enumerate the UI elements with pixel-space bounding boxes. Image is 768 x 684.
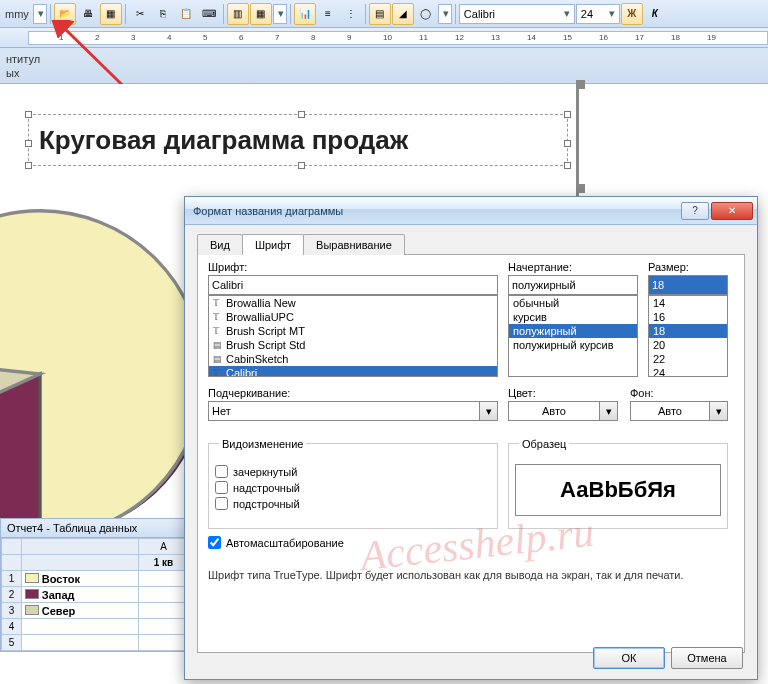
cut-icon[interactable]: ✂ bbox=[129, 3, 151, 25]
font-label: Шрифт: bbox=[208, 261, 498, 273]
dialog-tabs: Вид Шрифт Выравнивание bbox=[197, 233, 745, 255]
underline-combo[interactable]: ▾ bbox=[208, 401, 498, 421]
bold-button[interactable]: Ж bbox=[621, 3, 643, 25]
table-row: 5 bbox=[2, 635, 189, 651]
print-icon[interactable]: 🖶 bbox=[77, 3, 99, 25]
chart-title-text[interactable]: Круговая диаграмма продаж bbox=[39, 125, 408, 156]
pie-chart[interactable] bbox=[0, 204, 190, 524]
shape-icon[interactable]: ◯ bbox=[415, 3, 437, 25]
color-label: Цвет: bbox=[508, 387, 618, 399]
tab-view[interactable]: Вид bbox=[197, 234, 243, 255]
italic-button[interactable]: К bbox=[644, 3, 666, 25]
paste-icon[interactable]: 📋 bbox=[175, 3, 197, 25]
strike-checkbox[interactable]: зачеркнутый bbox=[215, 465, 491, 478]
text-icon[interactable]: ▤ bbox=[369, 3, 391, 25]
style-label: Начертание: bbox=[508, 261, 638, 273]
folder-open-icon[interactable]: 📂 bbox=[54, 3, 76, 25]
color-combo[interactable]: Авто▾ bbox=[508, 401, 618, 421]
copy-icon[interactable]: ⎘ bbox=[152, 3, 174, 25]
font-listbox[interactable]: 𝕋Browallia New 𝕋BrowalliaUPC 𝕋Brush Scri… bbox=[208, 295, 498, 377]
datasheet-title: Отчет4 - Таблица данных bbox=[1, 519, 189, 538]
underline-label: Подчеркивание: bbox=[208, 387, 498, 399]
format-icon[interactable]: ⌨ bbox=[198, 3, 220, 25]
font-note: Шрифт типа TrueType. Шрифт будет использ… bbox=[208, 569, 728, 581]
grid-icon[interactable]: ▦ bbox=[250, 3, 272, 25]
format-dialog: Формат названия диаграммы ? ✕ Вид Шрифт … bbox=[184, 196, 758, 680]
table-row: 2 Запад bbox=[2, 587, 189, 603]
font-preview: АаВbБбЯя bbox=[515, 464, 721, 516]
datasheet-window[interactable]: Отчет4 - Таблица данных A 1 кв 1 Восток … bbox=[0, 518, 190, 652]
bg-combo[interactable]: Авто▾ bbox=[630, 401, 728, 421]
effects-label: Видоизменение bbox=[219, 438, 306, 450]
tab-font[interactable]: Шрифт bbox=[242, 234, 304, 255]
menu-dropdown-label[interactable]: mmy bbox=[2, 8, 32, 20]
shape-dropdown[interactable]: ▾ bbox=[438, 4, 452, 24]
menu-dropdown-arrow[interactable]: ▾ bbox=[33, 4, 47, 24]
section-strip: нтитул ых bbox=[0, 48, 768, 84]
font-size-combo[interactable]: 24▾ bbox=[576, 4, 620, 24]
help-button[interactable]: ? bbox=[681, 202, 709, 220]
size-input[interactable] bbox=[648, 275, 728, 295]
dialog-titlebar[interactable]: Формат названия диаграммы ? ✕ bbox=[185, 197, 757, 225]
horizontal-ruler[interactable]: 12345678910111213141516171819 bbox=[28, 31, 768, 45]
list-icon[interactable]: ⋮ bbox=[340, 3, 362, 25]
table-row: 3 Север bbox=[2, 603, 189, 619]
angle-icon[interactable]: ◢ bbox=[392, 3, 414, 25]
sub-checkbox[interactable]: подстрочный bbox=[215, 497, 491, 510]
view-icon[interactable]: ▦ bbox=[100, 3, 122, 25]
style-input[interactable] bbox=[508, 275, 638, 295]
cancel-button[interactable]: Отмена bbox=[671, 647, 743, 669]
font-name-combo[interactable]: Calibri▾ bbox=[459, 4, 575, 24]
preview-label: Образец bbox=[519, 438, 569, 450]
super-checkbox[interactable]: надстрочный bbox=[215, 481, 491, 494]
chart-icon[interactable]: 📊 bbox=[294, 3, 316, 25]
dialog-title: Формат названия диаграммы bbox=[193, 205, 343, 217]
tab-align[interactable]: Выравнивание bbox=[303, 234, 405, 255]
section-line2: ых bbox=[6, 66, 762, 80]
row-icon[interactable]: ≡ bbox=[317, 3, 339, 25]
section-line1: нтитул bbox=[6, 52, 762, 66]
size-label: Размер: bbox=[648, 261, 728, 273]
ruler-band: 12345678910111213141516171819 bbox=[0, 28, 768, 48]
font-name-input[interactable] bbox=[208, 275, 498, 295]
autoscale-checkbox[interactable]: Автомасштабирование bbox=[208, 536, 344, 549]
ok-button[interactable]: ОК bbox=[593, 647, 665, 669]
close-button[interactable]: ✕ bbox=[711, 202, 753, 220]
grid-dropdown[interactable]: ▾ bbox=[273, 4, 287, 24]
table-icon[interactable]: ▥ bbox=[227, 3, 249, 25]
bg-label: Фон: bbox=[630, 387, 728, 399]
size-listbox[interactable]: 14 16 18 20 22 24 bbox=[648, 295, 728, 377]
main-toolbar: mmy ▾ 📂 🖶 ▦ ✂ ⎘ 📋 ⌨ ▥ ▦ ▾ 📊 ≡ ⋮ ▤ ◢ ◯ ▾ … bbox=[0, 0, 768, 28]
style-listbox[interactable]: обычный курсив полужирный полужирный кур… bbox=[508, 295, 638, 377]
datasheet-grid[interactable]: A 1 кв 1 Восток 2 Запад 3 Север 4 5 bbox=[1, 538, 189, 651]
chart-title-box[interactable]: Круговая диаграмма продаж bbox=[28, 114, 568, 166]
table-row: 1 Восток bbox=[2, 571, 189, 587]
table-row: 4 bbox=[2, 619, 189, 635]
